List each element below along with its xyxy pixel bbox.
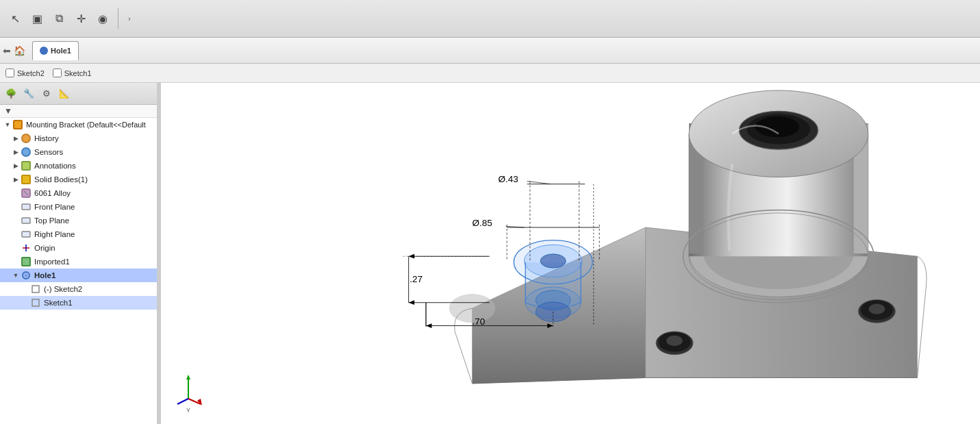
svg-rect-3: [22, 218, 30, 223]
svg-marker-56: [409, 300, 414, 305]
tree-item-mounting-bracket[interactable]: ▼ Mounting Bracket (Default<<Default: [0, 118, 157, 132]
config-manager-tab[interactable]: ⚙: [38, 86, 55, 102]
sketch1-sub-icon: [30, 297, 41, 308]
origin-label: Origin: [34, 244, 154, 252]
property-manager-tab[interactable]: 🔧: [21, 86, 37, 102]
hole1-label: Hole1: [34, 271, 154, 279]
main-area: 🌳 🔧 ⚙ 📐 ▼ ▼ Mounting Bracket (Default<<D…: [0, 83, 980, 424]
svg-text:.27: .27: [410, 274, 423, 284]
expand-right-plane: [11, 229, 21, 239]
tree-item-front-plane[interactable]: Front Plane: [0, 200, 157, 214]
right-plane-label: Right Plane: [34, 230, 154, 238]
tree-item-sketch2-sub[interactable]: (-) Sketch2: [0, 282, 157, 296]
history-label: History: [34, 134, 154, 142]
tree-item-annotations[interactable]: ▶ Annotations: [0, 159, 157, 173]
feature-tabs-row: ⬅ 🏠 Hole1: [0, 38, 980, 64]
expand-history[interactable]: ▶: [11, 134, 21, 143]
expand-imported1: [11, 257, 21, 266]
svg-point-22: [869, 303, 885, 314]
solid-bodies-icon: [21, 174, 32, 185]
expand-top-plane: [11, 216, 21, 225]
dim-expert-tab[interactable]: 📐: [56, 86, 73, 102]
imported1-icon: [21, 256, 32, 267]
sketch1-label: Sketch1: [64, 69, 92, 77]
svg-point-39: [540, 254, 566, 268]
sketch1-checkbox-item[interactable]: Sketch1: [53, 68, 92, 77]
nav-home-icon[interactable]: 🏠: [14, 45, 25, 56]
top-toolbar: ↖ ▣ ⧉ ✛ ◉ ›: [0, 0, 980, 38]
top-plane-label: Top Plane: [34, 216, 154, 225]
view-button[interactable]: ◉: [93, 9, 112, 28]
svg-text:Ø.43: Ø.43: [498, 174, 518, 184]
svg-point-19: [666, 336, 683, 346]
svg-rect-2: [22, 204, 30, 210]
toolbar-sep1: [118, 8, 118, 29]
expand-material: [11, 188, 21, 198]
layers-button[interactable]: ⧉: [49, 9, 68, 28]
tree-item-sketch1-sub[interactable]: Sketch1: [0, 296, 157, 310]
tree-item-material[interactable]: 6061 Alloy: [0, 186, 157, 200]
feature-manager-tab[interactable]: 🌳: [3, 86, 19, 102]
solid-bodies-label: Solid Bodies(1): [34, 175, 154, 184]
sketch1-sub-label: Sketch1: [44, 299, 154, 307]
filter-icon[interactable]: ▼: [0, 105, 157, 118]
sensors-label: Sensors: [34, 148, 154, 156]
mounting-bracket-label: Mounting Bracket (Default<<Default: [26, 121, 154, 129]
box-select-button[interactable]: ▣: [27, 9, 47, 28]
origin-icon: [21, 242, 32, 253]
sensors-icon: [21, 147, 32, 158]
nav-back-icon[interactable]: ⬅: [3, 45, 11, 56]
tree-item-sensors[interactable]: ▶ Sensors: [0, 145, 157, 159]
sketch2-checkbox[interactable]: [5, 68, 14, 77]
svg-marker-70: [197, 399, 202, 406]
top-plane-icon: [21, 215, 32, 226]
feature-tree: ▼ Mounting Bracket (Default<<Default ▶ H…: [0, 118, 157, 424]
tab-hole1-label: Hole1: [51, 47, 71, 55]
tree-item-hole1[interactable]: ▼ Hole1: [0, 269, 157, 282]
expand-sensors[interactable]: ▶: [11, 147, 21, 157]
expand-origin: [11, 243, 21, 253]
axis-svg: [175, 371, 202, 406]
material-label: 6061 Alloy: [34, 189, 154, 197]
tree-item-origin[interactable]: Origin: [0, 241, 157, 255]
axis-indicator: Y: [175, 371, 202, 414]
tree-item-right-plane[interactable]: Right Plane: [0, 227, 157, 241]
svg-rect-10: [32, 299, 39, 306]
material-icon: [21, 188, 32, 199]
3d-model-svg: Ø.43 Ø.85 .27 .70: [161, 83, 980, 424]
sketch2-label: Sketch2: [17, 69, 45, 77]
part-icon: [12, 119, 23, 130]
expand-solid-bodies[interactable]: ▶: [11, 175, 21, 184]
expand-sketch1-sub: [21, 298, 30, 308]
svg-line-46: [527, 181, 551, 184]
imported1-label: Imported1: [34, 258, 154, 266]
sidebar-icon-tabs: 🌳 🔧 ⚙ 📐: [0, 83, 157, 105]
pointer-tool-button[interactable]: ↖: [5, 9, 25, 28]
sketch-checkboxes-row: Sketch2 Sketch1: [0, 64, 980, 83]
svg-rect-4: [22, 232, 30, 237]
sketch1-checkbox[interactable]: [53, 68, 62, 77]
svg-marker-68: [186, 375, 190, 379]
right-plane-icon: [21, 229, 32, 240]
expand-front-plane: [11, 202, 21, 212]
tab-hole1[interactable]: Hole1: [32, 41, 79, 60]
annotations-icon: [21, 160, 32, 171]
tree-item-solid-bodies[interactable]: ▶ Solid Bodies(1): [0, 173, 157, 186]
svg-point-8: [25, 274, 27, 277]
svg-rect-9: [32, 286, 39, 292]
expand-sketch2-sub: [21, 284, 30, 294]
toolbar-expand-button[interactable]: ›: [124, 9, 135, 28]
tree-item-history[interactable]: ▶ History: [0, 132, 157, 145]
move-button[interactable]: ✛: [71, 9, 90, 28]
expand-hole1[interactable]: ▼: [11, 271, 21, 280]
tree-item-imported1[interactable]: Imported1: [0, 255, 157, 269]
svg-marker-64: [426, 323, 431, 328]
hole1-tab-icon: [40, 47, 48, 55]
sketch2-checkbox-item[interactable]: Sketch2: [5, 68, 45, 77]
expand-annotations[interactable]: ▶: [11, 161, 21, 171]
svg-text:.70: .70: [473, 316, 486, 327]
tree-item-top-plane[interactable]: Top Plane: [0, 214, 157, 227]
3d-viewport[interactable]: Ø.43 Ø.85 .27 .70: [161, 83, 980, 424]
y-axis-label: Y: [186, 407, 190, 414]
expand-mounting-bracket[interactable]: ▼: [3, 120, 12, 129]
